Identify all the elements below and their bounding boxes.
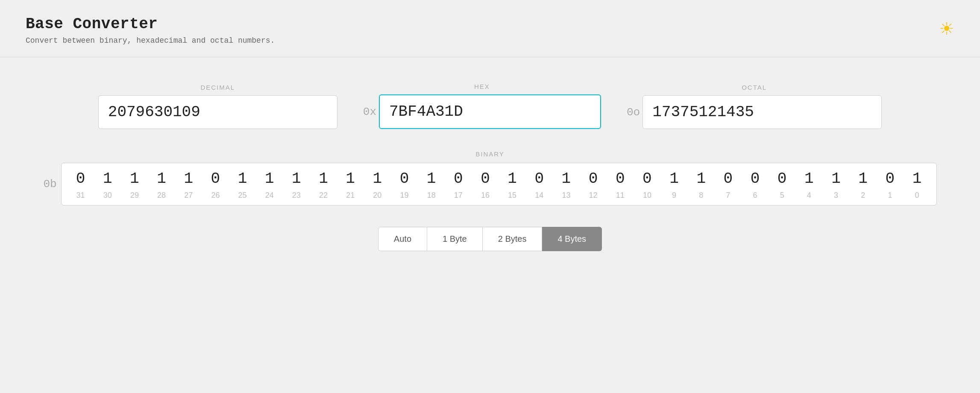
binary-bit-23: 1 <box>284 170 309 188</box>
binary-pos-24: 24 <box>257 191 282 200</box>
binary-bit-4: 1 <box>797 170 822 188</box>
octal-prefix: 0o <box>627 106 640 119</box>
binary-label: BINARY <box>475 150 505 158</box>
binary-bit-1: 0 <box>877 170 902 188</box>
binary-pos-16: 16 <box>473 191 498 200</box>
hex-input-wrapper: 0x <box>363 94 601 129</box>
binary-prefix: 0b <box>43 178 56 191</box>
binary-bit-28: 1 <box>149 170 174 188</box>
binary-pos-23: 23 <box>284 191 309 200</box>
binary-pos-9: 9 <box>662 191 687 200</box>
binary-pos-5: 5 <box>770 191 795 200</box>
binary-bit-25: 1 <box>230 170 255 188</box>
binary-bit-17: 0 <box>446 170 471 188</box>
binary-pos-19: 19 <box>392 191 417 200</box>
binary-row-wrapper: 0b 01111011111101001010001100011101 3130… <box>34 163 946 205</box>
binary-bit-7: 0 <box>716 170 740 188</box>
binary-pos-3: 3 <box>824 191 848 200</box>
binary-bit-20: 1 <box>365 170 390 188</box>
binary-pos-6: 6 <box>743 191 768 200</box>
binary-bit-19: 0 <box>392 170 417 188</box>
byte-btn-2-bytes[interactable]: 2 Bytes <box>483 227 543 251</box>
binary-bit-9: 1 <box>662 170 687 188</box>
binary-pos-18: 18 <box>419 191 444 200</box>
binary-display: 01111011111101001010001100011101 3130292… <box>61 163 937 205</box>
binary-bit-11: 0 <box>608 170 633 188</box>
hex-input[interactable] <box>379 94 601 129</box>
binary-pos-27: 27 <box>176 191 201 200</box>
theme-toggle-icon[interactable]: ☀ <box>939 19 954 38</box>
hex-prefix: 0x <box>363 106 376 118</box>
binary-pos-13: 13 <box>554 191 578 200</box>
binary-pos-14: 14 <box>527 191 552 200</box>
binary-bit-29: 1 <box>122 170 147 188</box>
binary-bit-3: 1 <box>824 170 848 188</box>
binary-bit-16: 0 <box>473 170 498 188</box>
binary-bit-31: 0 <box>68 170 93 188</box>
octal-label: OCTAL <box>742 84 767 91</box>
binary-bit-24: 1 <box>257 170 282 188</box>
binary-pos-28: 28 <box>149 191 174 200</box>
decimal-input-wrapper <box>98 95 337 129</box>
binary-pos-21: 21 <box>338 191 363 200</box>
binary-bit-18: 1 <box>419 170 444 188</box>
main-content: DECIMAL HEX 0x OCTAL 0o BINARY <box>0 57 980 277</box>
binary-bit-14: 0 <box>527 170 552 188</box>
decimal-label: DECIMAL <box>200 84 235 91</box>
binary-bit-21: 1 <box>338 170 363 188</box>
binary-pos-8: 8 <box>689 191 713 200</box>
byte-btn-1-byte[interactable]: 1 Byte <box>427 227 483 251</box>
binary-pos-25: 25 <box>230 191 255 200</box>
octal-group: OCTAL 0o <box>627 84 882 129</box>
octal-input-wrapper: 0o <box>627 95 882 129</box>
binary-pos-30: 30 <box>95 191 120 200</box>
binary-bit-15: 1 <box>500 170 525 188</box>
binary-pos-31: 31 <box>68 191 93 200</box>
binary-bit-12: 0 <box>581 170 606 188</box>
binary-bit-26: 0 <box>203 170 228 188</box>
page-subtitle: Convert between binary, hexadecimal and … <box>26 36 275 45</box>
binary-bit-6: 0 <box>743 170 768 188</box>
byte-btn-4-bytes[interactable]: 4 Bytes <box>542 227 602 251</box>
binary-bit-2: 1 <box>851 170 875 188</box>
binary-bit-30: 1 <box>95 170 120 188</box>
hex-label: HEX <box>474 83 490 90</box>
binary-pos-10: 10 <box>635 191 660 200</box>
binary-pos-29: 29 <box>122 191 147 200</box>
binary-pos-26: 26 <box>203 191 228 200</box>
header: Base Converter Convert between binary, h… <box>0 0 980 57</box>
binary-pos-11: 11 <box>608 191 633 200</box>
byte-buttons-row: Auto1 Byte2 Bytes4 Bytes <box>34 227 946 251</box>
binary-bit-22: 1 <box>311 170 336 188</box>
header-left: Base Converter Convert between binary, h… <box>26 15 275 45</box>
binary-bit-8: 1 <box>689 170 713 188</box>
binary-pos-20: 20 <box>365 191 390 200</box>
binary-pos-17: 17 <box>446 191 471 200</box>
binary-bit-13: 1 <box>554 170 578 188</box>
binary-pos-2: 2 <box>851 191 875 200</box>
binary-bit-27: 1 <box>176 170 201 188</box>
binary-positions: 3130292827262524232221201918171615141312… <box>68 190 930 201</box>
binary-pos-4: 4 <box>797 191 822 200</box>
binary-pos-12: 12 <box>581 191 606 200</box>
decimal-group: DECIMAL <box>98 84 337 129</box>
binary-pos-1: 1 <box>877 191 902 200</box>
binary-bit-10: 0 <box>635 170 660 188</box>
binary-pos-22: 22 <box>311 191 336 200</box>
page-title: Base Converter <box>26 15 275 33</box>
inputs-row: DECIMAL HEX 0x OCTAL 0o <box>34 83 946 129</box>
binary-pos-0: 0 <box>904 191 929 200</box>
binary-pos-7: 7 <box>716 191 740 200</box>
binary-digits: 01111011111101001010001100011101 <box>68 167 930 190</box>
octal-input[interactable] <box>643 95 882 129</box>
binary-section: BINARY 0b 011110111111010010100011000111… <box>34 150 946 205</box>
byte-btn-auto[interactable]: Auto <box>378 227 427 251</box>
hex-group: HEX 0x <box>363 83 601 129</box>
binary-bit-5: 0 <box>770 170 795 188</box>
binary-pos-15: 15 <box>500 191 525 200</box>
decimal-input[interactable] <box>98 95 337 129</box>
binary-bit-0: 1 <box>904 170 929 188</box>
